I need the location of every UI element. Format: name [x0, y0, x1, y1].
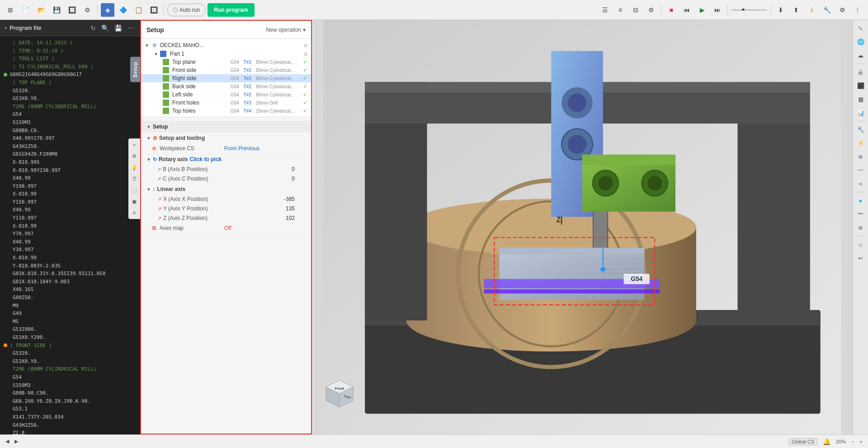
- next-icon[interactable]: ⏭: [711, 3, 724, 17]
- home-r-icon[interactable]: ⌂: [854, 238, 867, 251]
- stop-icon[interactable]: ■: [665, 3, 678, 17]
- code-text: ( T1 CYLINDRICAL_MILL D80 ): [13, 63, 94, 71]
- rotary-chevron-icon: ▼: [146, 157, 151, 162]
- square-icon[interactable]: ▣: [129, 196, 139, 206]
- main-area: ● Program file ↻ 🔍 💾 ⋯ ( DATE: 14.11.202…: [0, 20, 868, 434]
- tree-item-check: ✓: [303, 83, 307, 90]
- run-program-button[interactable]: Run program: [208, 3, 254, 17]
- printer-icon[interactable]: 🖨: [854, 66, 867, 78]
- rotary-axis-header[interactable]: ▼ ↻ Rotary axis Click to pick: [141, 154, 311, 165]
- machine-item[interactable]: ▼ ⚙ DECKEL MAHO... ⊞: [141, 41, 311, 50]
- cloud-icon[interactable]: ☁: [854, 49, 867, 62]
- zoom-in-button[interactable]: +: [860, 439, 863, 444]
- part-label: Part 1: [170, 51, 302, 57]
- navigation-cube[interactable]: Front Right: [324, 378, 355, 410]
- code-text: G68.2X0.Y0.Z0.I0.J90.K-90.: [13, 397, 90, 405]
- bottom-bar: ◀ ▶ Global CS 🔔 20% − +: [0, 434, 868, 448]
- part-item[interactable]: ▼ Part 1 ⊞: [141, 50, 311, 58]
- tree-item[interactable]: Front side G54 T#2 80mm Cylindrical... ✓: [141, 66, 311, 74]
- dot-r1-icon[interactable]: ●: [854, 194, 867, 207]
- refresh-button[interactable]: ↻: [89, 24, 98, 33]
- setup-title: Setup: [146, 26, 164, 33]
- globe-icon[interactable]: 🌐: [854, 35, 867, 48]
- setup-vertical-tab[interactable]: Setup: [130, 57, 140, 82]
- workpiece-cs-row: ⊕ Workpiece CS From Previous: [141, 143, 311, 154]
- tree-item[interactable]: Right side G54 T#2 80mm Cylindrical... ✓: [141, 74, 311, 82]
- auto-run-button[interactable]: Auto run: [167, 4, 206, 16]
- wave-r1-icon[interactable]: 〜: [854, 208, 867, 220]
- tree-item[interactable]: Front holes G54 T#3 20mm Drill ✓: [141, 99, 311, 107]
- grid-icon[interactable]: ⊞: [4, 3, 17, 17]
- code-text: G54: [13, 110, 22, 119]
- tree-item-tool: 80mm Cylindrical...: [256, 68, 301, 73]
- tool-r1-icon[interactable]: 🔧: [854, 123, 867, 136]
- info-icon[interactable]: ℹ: [805, 3, 818, 17]
- setup-and-tooling-header[interactable]: ▼ ⚙ Setup and tooling: [141, 133, 311, 143]
- tool1-icon[interactable]: 🔲: [65, 3, 79, 17]
- download-icon[interactable]: ⬇: [774, 3, 788, 17]
- tool2-icon[interactable]: ⚙: [80, 3, 94, 17]
- rotary-axis-value[interactable]: Click to pick: [190, 156, 306, 162]
- notification-icon[interactable]: 🔔: [823, 438, 830, 445]
- prev-icon[interactable]: ⏮: [680, 3, 693, 17]
- tool3-icon[interactable]: ◈: [101, 3, 114, 17]
- tool-r3-icon[interactable]: ≋: [854, 150, 867, 163]
- code-text: G00Z50.: [13, 294, 33, 302]
- linear-axis-header[interactable]: ▼ ↕ Linear axis: [141, 184, 311, 195]
- search-button[interactable]: 🔍: [99, 24, 111, 33]
- tool5-icon[interactable]: 📋: [132, 3, 145, 17]
- bottom-next-button[interactable]: ▶: [14, 438, 18, 444]
- wave-r2-icon[interactable]: ≋: [854, 221, 867, 234]
- tools-icon[interactable]: 🔧: [820, 3, 834, 17]
- tree-item-g: G54: [231, 92, 239, 97]
- new-op-label: New operation: [266, 27, 301, 33]
- b-axis-label: B (Axis B Position): [163, 166, 270, 172]
- tree-item[interactable]: Back side G54 T#2 80mm Cylindrical... ✓: [141, 82, 311, 91]
- save-file-button[interactable]: 💾: [113, 24, 124, 33]
- back-r-icon[interactable]: ↩: [854, 252, 867, 264]
- tool-r4-icon[interactable]: 〰: [854, 164, 867, 176]
- toolbar-right: ☰ ≡ ⊟ ⚙ ■ ⏮ ▶ ⏭ ⬇ ⬆ ℹ 🔧 ⚙ ⋮: [598, 3, 864, 17]
- tool-r5-icon[interactable]: ≈: [854, 177, 867, 190]
- tool-r2-icon[interactable]: ⚡: [854, 137, 867, 149]
- circle-icon: [173, 8, 178, 12]
- sep3: [661, 5, 661, 15]
- file-icon[interactable]: 📄: [19, 3, 33, 17]
- zoom-out-button[interactable]: −: [851, 439, 854, 444]
- upload-icon[interactable]: ⬆: [789, 3, 803, 17]
- code-text: ( FRONT SIDE ): [10, 342, 52, 350]
- workpiece-cs-value[interactable]: From Previous: [224, 145, 300, 152]
- more-icon[interactable]: ⋮: [851, 3, 864, 17]
- tool4-icon[interactable]: 🔷: [116, 3, 130, 17]
- code-text: G53X0.Y0.: [13, 357, 40, 366]
- tree-item[interactable]: Left side G54 T#2 80mm Cylindrical... ✓: [141, 91, 311, 99]
- chart-icon[interactable]: 📊: [854, 106, 867, 119]
- save-icon[interactable]: 💾: [50, 3, 63, 17]
- grid2-icon[interactable]: ⊟: [629, 3, 642, 17]
- light-icon[interactable]: 💡: [129, 162, 139, 172]
- tree-item[interactable]: Top plane G54 T#1 80mm Cylindrical... ✓: [141, 58, 311, 66]
- tree-item-label: Front side: [172, 67, 228, 73]
- time-icon[interactable]: ⏱: [129, 174, 139, 184]
- new-op-icon[interactable]: +: [129, 140, 139, 150]
- settings-icon[interactable]: ⚙: [644, 3, 658, 17]
- y-axis-icon: ↗: [157, 206, 161, 212]
- tree-item[interactable]: Top holes G54 T#4 20mm Cylindrical... ✓: [141, 107, 311, 115]
- new-operation-button[interactable]: New operation ▾: [266, 27, 306, 33]
- more-options-button[interactable]: ⋯: [126, 24, 136, 33]
- layers-icon[interactable]: ▦: [854, 93, 867, 105]
- play-icon[interactable]: ▶: [695, 3, 709, 17]
- settings2-icon[interactable]: ⚙: [129, 151, 139, 161]
- tool6-icon[interactable]: 🔲: [147, 3, 160, 17]
- list-icon[interactable]: ≡: [613, 3, 627, 17]
- tree-item-tool: 20mm Drill: [256, 100, 301, 105]
- setup-section-header[interactable]: ▼ Setup: [141, 121, 311, 133]
- printer2-icon[interactable]: ⬛: [854, 79, 867, 92]
- bottom-prev-button[interactable]: ◀: [5, 438, 9, 444]
- prefs-icon[interactable]: ⚙: [835, 3, 849, 17]
- list2-icon[interactable]: ≡: [129, 208, 139, 218]
- menu-icon[interactable]: ☰: [598, 3, 612, 17]
- open-icon[interactable]: 📂: [34, 3, 48, 17]
- resize-icon[interactable]: ⤡: [854, 22, 867, 34]
- frame-icon[interactable]: ⬜: [129, 185, 139, 195]
